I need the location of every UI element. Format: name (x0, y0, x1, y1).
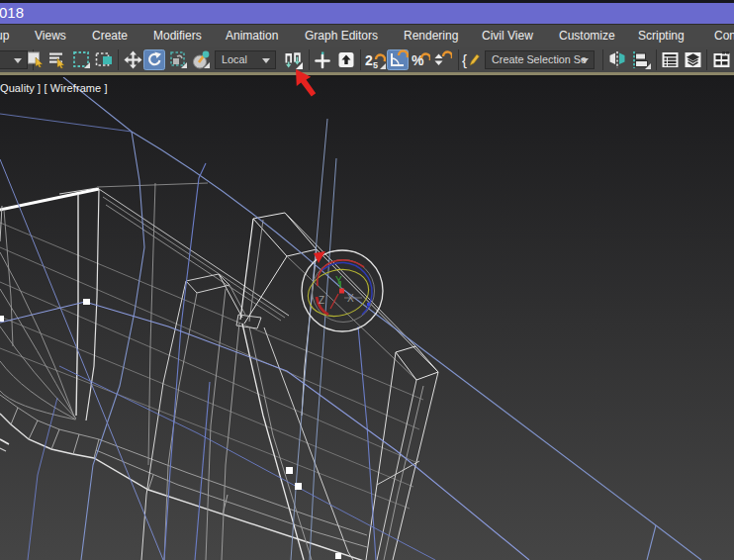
svg-text:X: X (347, 293, 354, 304)
svg-text:Z: Z (319, 295, 324, 306)
svg-text:{: { (462, 51, 467, 68)
svg-text:Y: Y (335, 275, 342, 286)
svg-text:2: 2 (365, 52, 373, 68)
svg-text:5: 5 (373, 60, 378, 70)
